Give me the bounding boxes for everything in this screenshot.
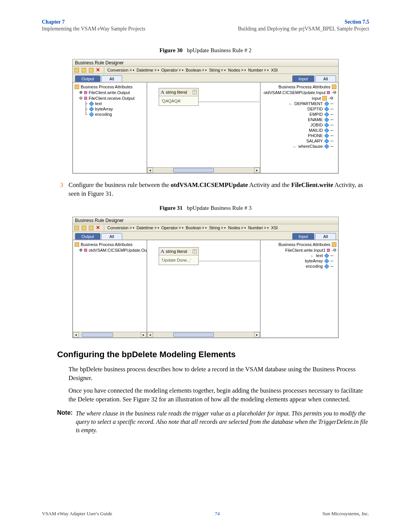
scroll-left-btn[interactable]: ◂: [147, 332, 153, 337]
toolbar-icon-2[interactable]: [81, 68, 86, 73]
h-scrollbar-mid[interactable]: ◂ ▸: [147, 332, 260, 337]
left-tree-panel[interactable]: Business Process Attributes ⊕ FileClient…: [73, 82, 147, 173]
menu-boolean[interactable]: Boolean ⚞ ▾: [186, 225, 207, 230]
scroll-thumb[interactable]: [173, 332, 213, 337]
string-literal-node[interactable]: A string literal ˆ 'Update Done...': [159, 247, 199, 265]
link-target-icon: [311, 253, 314, 258]
section-heading: Configuring the bpDelete Modeling Elemen…: [57, 350, 369, 359]
toolbar-icon-2[interactable]: [81, 225, 86, 230]
menu-datetime[interactable]: Datetime ⚞ ▾: [137, 68, 159, 72]
tree-item[interactable]: ⊕ FileClient.write.Output: [75, 89, 145, 95]
menu-string[interactable]: String ⚞ ▾: [209, 68, 226, 72]
scroll-right-btn[interactable]: ▸: [254, 332, 260, 337]
scroll-right-btn[interactable]: ▸: [254, 168, 260, 173]
scroll-left-btn[interactable]: ◂: [147, 168, 153, 173]
tab-all-left[interactable]: All: [101, 75, 122, 82]
h-scrollbar[interactable]: ◂ ▸: [147, 167, 260, 173]
separator: [104, 67, 104, 73]
tree-leaf[interactable]: text ─: [262, 253, 336, 258]
tab-input[interactable]: Input: [292, 233, 314, 240]
tab-input[interactable]: Input: [292, 75, 314, 82]
delete-icon[interactable]: ✕: [96, 225, 101, 230]
menu-operator[interactable]: Operator ⚞ ▾: [161, 68, 183, 72]
scroll-thumb[interactable]: [82, 332, 113, 337]
menu-boolean[interactable]: Boolean ⚞ ▾: [186, 68, 207, 72]
toolbar-icon-1[interactable]: [74, 225, 79, 230]
toolbar-icon-1[interactable]: [74, 68, 79, 73]
menu-nodes[interactable]: Nodes ⚞ ▾: [228, 225, 246, 230]
tab-all-left[interactable]: All: [101, 233, 122, 240]
attr-icon: [324, 128, 329, 133]
toolbar-icon-3[interactable]: [89, 68, 94, 73]
menu-conversion[interactable]: Conversion ⚞ ▾: [107, 68, 134, 72]
collapse-icon[interactable]: ˆ: [193, 249, 197, 254]
menu-datetime[interactable]: Datetime ⚞ ▾: [137, 225, 159, 230]
right-tree-panel[interactable]: Business Process Attributes FileClient.w…: [260, 240, 338, 338]
tree-leaf[interactable]: encoding ─: [262, 264, 336, 269]
scroll-left-btn[interactable]: ◂: [73, 332, 79, 337]
scroll-track[interactable]: [79, 332, 141, 337]
designer-toolbar[interactable]: ✕ Conversion ⚞ ▾ Datetime ⚞ ▾ Operator ⚞…: [73, 67, 338, 74]
tree-root[interactable]: Business Process Attributes: [75, 242, 145, 247]
menu-nodes[interactable]: Nodes ⚞ ▾: [228, 68, 246, 72]
collapse-icon[interactable]: ˆ: [193, 90, 197, 94]
tree-item[interactable]: ⊕ otdVSAM.CICSEMPUpdate.Outpu: [75, 247, 145, 253]
canvas-panel[interactable]: A string literal ˆ 'Update Done...' ◂ ▸: [147, 240, 260, 338]
right-tree-panel[interactable]: Business Process Attributes otdVSAM.CICS…: [260, 82, 338, 173]
tree-leaf[interactable]: PHONE ─: [262, 133, 336, 138]
tab-all-right[interactable]: All: [315, 233, 336, 240]
canvas-panel[interactable]: A string literal ˆ 'QAQAQA' ◂ ▸: [147, 82, 260, 173]
scroll-thumb[interactable]: [173, 168, 213, 173]
tree-leaf[interactable]: byteArray ─: [262, 258, 336, 264]
page-number: 74: [215, 511, 220, 517]
menu-number[interactable]: Number ⚞ ▾: [248, 68, 269, 72]
menu-number[interactable]: Number ⚞ ▾: [248, 225, 269, 230]
menu-xsi[interactable]: XSI: [271, 225, 278, 230]
scroll-track[interactable]: [153, 168, 254, 173]
tree-item[interactable]: ⊖ FileClient.receive.Output: [75, 95, 145, 101]
scroll-right-btn[interactable]: ▸: [141, 332, 147, 337]
string-literal-node[interactable]: A string literal ˆ 'QAQAQA': [159, 88, 199, 106]
tree-leaf[interactable]: whereClause ─: [262, 144, 336, 149]
tree-item[interactable]: otdVSAM.CICSEMPUpdate.Input -⊖: [262, 89, 336, 95]
menu-string[interactable]: String ⚞ ▾: [209, 225, 226, 230]
tree-root[interactable]: Business Process Attributes: [75, 84, 145, 89]
tree-root[interactable]: Business Process Attributes: [262, 84, 336, 89]
scroll-track[interactable]: [153, 332, 254, 337]
svg-rect-5: [89, 226, 93, 230]
literal-label: string literal: [166, 90, 187, 94]
toolbar-icon-3[interactable]: [89, 225, 94, 230]
svg-rect-3: [75, 226, 79, 230]
tree-item[interactable]: FileClient.write.Input1 -⊖: [262, 247, 336, 253]
tree-leaf[interactable]: ├ byteArray: [75, 106, 145, 112]
tree-root[interactable]: Business Process Attributes: [262, 242, 336, 247]
tree-leaf[interactable]: JOBID ─: [262, 122, 336, 128]
svg-rect-2: [89, 68, 93, 72]
tree-leaf[interactable]: └ encoding: [75, 112, 145, 117]
figure-30-caption: Figure 30 bpUpdate Business Rule # 2: [42, 47, 369, 54]
menu-operator[interactable]: Operator ⚞ ▾: [161, 225, 183, 230]
menu-conversion[interactable]: Conversion ⚞ ▾: [107, 225, 134, 230]
tab-all-right[interactable]: All: [315, 75, 336, 82]
svg-rect-1: [82, 68, 86, 72]
folder-icon: [332, 85, 336, 89]
tree-item[interactable]: input -⊖: [262, 95, 336, 101]
tree-leaf[interactable]: DEPTID ─: [262, 106, 336, 112]
delete-icon[interactable]: ✕: [96, 68, 101, 73]
tree-leaf[interactable]: ENAME ─: [262, 117, 336, 122]
tab-output[interactable]: Output: [75, 233, 100, 240]
tree-leaf[interactable]: ├ text: [75, 101, 145, 106]
designer-toolbar[interactable]: ✕ Conversion ⚞ ▾ Datetime ⚞ ▾ Operator ⚞…: [73, 224, 338, 232]
left-tree-panel[interactable]: Business Process Attributes ⊕ otdVSAM.CI…: [73, 240, 147, 338]
tree-leaf[interactable]: EMPID ─: [262, 112, 336, 117]
tab-output[interactable]: Output: [75, 75, 100, 82]
footer-left: VSAM eWay Adapter User's Guide: [42, 511, 112, 517]
tree-leaf[interactable]: MAILID ─: [262, 128, 336, 133]
tree-leaf[interactable]: DEPARTMENT ─: [262, 101, 336, 106]
step-3-text: 3 Configure the business rule between th…: [68, 181, 369, 198]
h-scrollbar-left[interactable]: ◂ ▸: [73, 332, 147, 337]
step-number: 3: [60, 181, 63, 189]
menu-xsi[interactable]: XSI: [271, 68, 278, 72]
tree-leaf[interactable]: SALARY ─: [262, 138, 336, 144]
node-icon: [84, 97, 87, 100]
